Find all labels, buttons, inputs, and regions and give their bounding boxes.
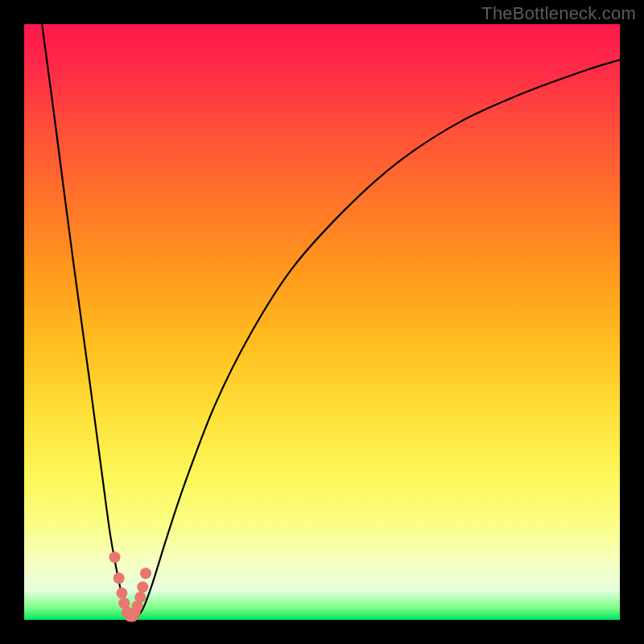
plot-area [24,24,620,620]
bottleneck-curve [42,24,620,618]
chart-frame: TheBottleneck.com [0,0,644,644]
watermark-text: TheBottleneck.com [481,3,636,24]
data-marker [116,588,127,599]
data-marker [140,568,151,579]
marker-group [109,551,151,621]
data-marker [114,572,125,584]
data-marker [134,592,146,603]
data-marker [109,551,120,563]
data-marker [137,581,148,592]
chart-svg [24,24,620,620]
